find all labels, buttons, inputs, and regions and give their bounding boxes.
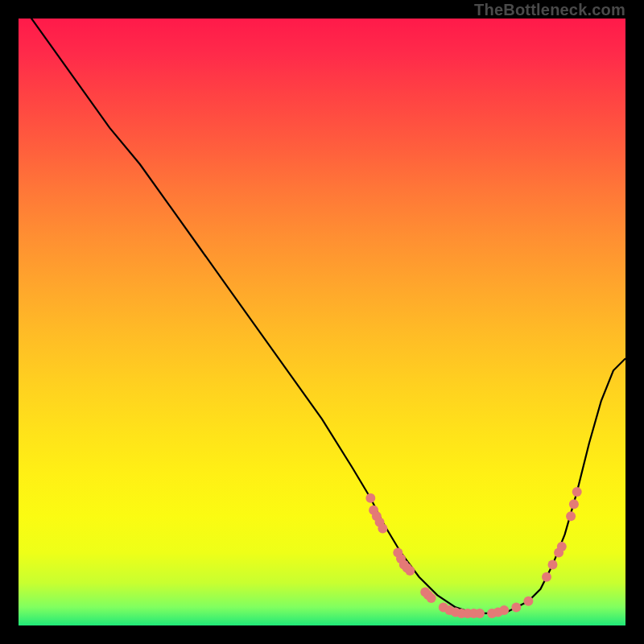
- data-marker: [511, 602, 521, 612]
- data-marker: [572, 487, 582, 497]
- data-marker: [499, 605, 509, 615]
- markers-group: [365, 487, 581, 618]
- data-marker: [523, 597, 533, 606]
- watermark-text: TheBottleneck.com: [474, 1, 625, 19]
- data-marker: [566, 511, 576, 521]
- data-marker: [569, 499, 579, 509]
- plot-area: [19, 19, 625, 625]
- data-marker: [427, 593, 436, 603]
- data-marker: [365, 493, 375, 503]
- data-marker: [557, 542, 567, 551]
- data-marker: [548, 560, 558, 570]
- data-marker: [378, 523, 387, 533]
- curve-group: [19, 19, 625, 613]
- chart-svg: [19, 19, 625, 625]
- data-marker: [475, 609, 485, 618]
- bottleneck-curve: [19, 19, 625, 613]
- data-marker: [405, 566, 415, 576]
- data-marker: [542, 572, 551, 582]
